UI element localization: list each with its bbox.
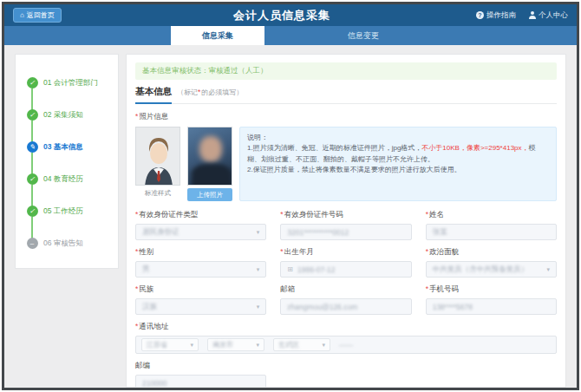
chevron-down-icon: ▾ xyxy=(257,229,260,236)
chevron-down-icon: ▾ xyxy=(257,304,260,310)
step-pending-icon: – xyxy=(27,238,38,249)
app-window: ⌂ 返回首页 会计人员信息采集 ? 操作指南 个人中心 信息采集 信息变更 ✓ … xyxy=(2,2,579,390)
name-input[interactable]: 张某 xyxy=(426,224,557,240)
form-row-address: *通讯地址 江苏省▾ 南京市▾ 玄武区▾ —— xyxy=(135,322,557,354)
field-name: *姓名 张某 xyxy=(426,210,557,240)
step-done-icon: ✓ xyxy=(27,77,38,88)
political-status-select[interactable]: 中共党员（含中共预备党员）▾ xyxy=(426,261,557,278)
section-title: 基本信息 xyxy=(135,86,172,104)
uploaded-photo xyxy=(187,127,232,186)
chevron-down-icon: ▾ xyxy=(546,266,550,273)
field-gender: *性别 男▾ xyxy=(135,247,266,278)
tab-info-change[interactable]: 信息变更 xyxy=(317,26,410,45)
chevron-down-icon: ▾ xyxy=(190,342,193,349)
field-email: 邮箱 zhangmou@126.com xyxy=(280,284,411,315)
main-panel: 基本信息审核状态：审核通过（人工） 基本信息 （标记*的必须填写） *照片信息 xyxy=(126,54,566,388)
step-done-icon: ✓ xyxy=(27,109,38,121)
form-row-2: *性别 男▾ *出生年月 ⊞1986-07-12 *政治面貌 中共党员（含中共预… xyxy=(135,247,557,278)
field-id-type: *有效身份证件类型 居民身份证▾ xyxy=(135,210,266,240)
header-links: ? 操作指南 个人中心 xyxy=(476,10,568,21)
step-label: 教育经历 xyxy=(54,174,83,183)
help-icon: ? xyxy=(476,11,484,19)
uploaded-photo-box: 上传照片 xyxy=(187,127,232,201)
tab-info-collection[interactable]: 信息采集 xyxy=(171,26,264,45)
status-banner: 基本信息审核状态：审核通过（人工） xyxy=(135,62,557,80)
field-id-number: *有效身份证件号码 3201**********0012 xyxy=(280,210,411,240)
step-label: 工作经历 xyxy=(54,206,83,215)
photo-section: 标准样式 上传照片 说明： 1.照片须为清晰、免冠、近期的标准证件照片，jpg格… xyxy=(135,127,557,201)
birth-date-input[interactable]: ⊞1986-07-12 xyxy=(280,261,411,278)
personal-center-link[interactable]: 个人中心 xyxy=(528,10,568,21)
field-political-status: *政治面貌 中共党员（含中共预备党员）▾ xyxy=(426,247,557,278)
step-sidebar: ✓ 01 会计管理部门 ✓ 02 采集须知 ✎ 03 基本信息 ✓ 04 教育经… xyxy=(15,54,119,269)
screenshot-frame: ⌂ 返回首页 会计人员信息采集 ? 操作指南 个人中心 信息采集 信息变更 ✓ … xyxy=(0,0,581,392)
form-row-3: *民族 汉族▾ 邮箱 zhangmou@126.com *手机号码 138***… xyxy=(135,284,557,315)
photo-info-label: *照片信息 xyxy=(135,112,557,122)
step-current-icon: ✎ xyxy=(27,141,38,153)
form-row-postcode: 邮编 210000 xyxy=(135,361,557,388)
guide-link[interactable]: ? 操作指南 xyxy=(476,10,516,21)
field-birth-date: *出生年月 ⊞1986-07-12 xyxy=(280,247,411,278)
ethnicity-select[interactable]: 汉族▾ xyxy=(135,298,266,315)
step-collection-notice[interactable]: ✓ 02 采集须知 xyxy=(26,99,111,131)
step-label: 审核告知 xyxy=(54,238,83,247)
sample-avatar-illustration xyxy=(136,127,180,186)
address-input-group: 江苏省▾ 南京市▾ 玄武区▾ —— xyxy=(135,336,557,354)
gender-select[interactable]: 男▾ xyxy=(135,261,266,278)
body-area: ✓ 01 会计管理部门 ✓ 02 采集须知 ✎ 03 基本信息 ✓ 04 教育经… xyxy=(4,45,577,388)
top-header: ⌂ 返回首页 会计人员信息采集 ? 操作指南 个人中心 xyxy=(4,4,577,26)
home-icon: ⌂ xyxy=(20,12,24,19)
upload-photo-button[interactable]: 上传照片 xyxy=(187,188,232,201)
calendar-icon: ⊞ xyxy=(287,265,293,273)
home-button[interactable]: ⌂ 返回首页 xyxy=(13,8,62,23)
address-province-select[interactable]: 江苏省▾ xyxy=(141,338,199,351)
user-icon xyxy=(528,11,536,19)
tab-bar: 信息采集 信息变更 xyxy=(4,26,577,45)
step-education[interactable]: ✓ 04 教育经历 xyxy=(26,163,111,195)
chevron-down-icon: ▾ xyxy=(257,266,260,273)
step-basic-info[interactable]: ✎ 03 基本信息 xyxy=(26,131,111,163)
sample-photo xyxy=(135,127,180,186)
home-button-label: 返回首页 xyxy=(27,10,55,20)
step-label: 会计管理部门 xyxy=(54,78,98,87)
mobile-input[interactable]: 138****5678 xyxy=(426,298,557,315)
postcode-input[interactable]: 210000 xyxy=(135,375,266,388)
page-title: 会计人员信息采集 xyxy=(88,8,476,23)
id-number-input[interactable]: 3201**********0012 xyxy=(280,224,411,240)
photo-size-requirement: 不小于10KB，像素>=295*413px， xyxy=(421,144,528,152)
field-mobile: *手机号码 138****5678 xyxy=(426,284,557,315)
sample-photo-box: 标准样式 xyxy=(135,127,180,201)
photo-instructions: 说明： 1.照片须为清晰、免冠、近期的标准证件照片，jpg格式，不小于10KB，… xyxy=(239,127,557,201)
field-ethnicity: *民族 汉族▾ xyxy=(135,284,266,315)
step-label: 采集须知 xyxy=(54,110,83,119)
chevron-down-icon: ▾ xyxy=(322,342,325,349)
id-type-select[interactable]: 居民身份证▾ xyxy=(135,224,266,240)
step-label: 基本信息 xyxy=(54,142,83,151)
address-district-select[interactable]: 玄武区▾ xyxy=(273,338,330,351)
address-city-select[interactable]: 南京市▾ xyxy=(207,338,264,351)
section-note: （标记*的必须填写） xyxy=(177,88,243,97)
step-work-history[interactable]: ✓ 05 工作经历 xyxy=(26,195,111,227)
address-detail-input[interactable]: —— xyxy=(339,341,353,349)
chevron-down-icon: ▾ xyxy=(256,342,259,349)
section-header: 基本信息 （标记*的必须填写） xyxy=(135,86,557,104)
guide-label: 操作指南 xyxy=(486,10,516,21)
step-done-icon: ✓ xyxy=(27,173,38,185)
form-row-1: *有效身份证件类型 居民身份证▾ *有效身份证件号码 3201*********… xyxy=(135,210,557,240)
step-accounting-dept[interactable]: ✓ 01 会计管理部门 xyxy=(26,67,111,99)
step-review-notice[interactable]: – 06 审核告知 xyxy=(26,227,111,259)
step-done-icon: ✓ xyxy=(27,206,38,217)
personal-center-label: 个人中心 xyxy=(539,10,568,21)
email-input[interactable]: zhangmou@126.com xyxy=(280,298,411,315)
sample-photo-caption: 标准样式 xyxy=(145,189,171,198)
